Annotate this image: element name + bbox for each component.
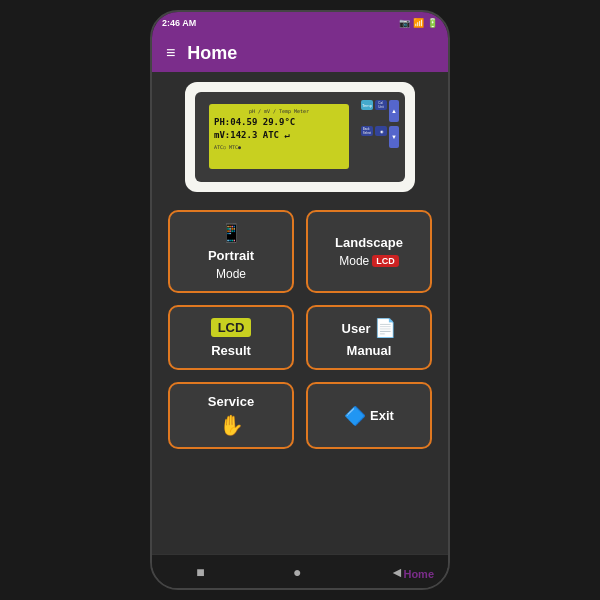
- service-icon: ✋: [219, 413, 244, 437]
- pdf-icon: 📄: [374, 317, 396, 339]
- exit-row: 🔷 Exit: [344, 405, 394, 427]
- landscape-row: Landscape: [335, 235, 403, 250]
- status-icons: 📷 📶 🔋: [399, 18, 438, 28]
- cal-btn: CalUnit: [375, 100, 387, 110]
- phone-frame: 2:46 AM 📷 📶 🔋 ≡ Home pH / mV / Temp Mete…: [150, 10, 450, 590]
- landscape-mode-button[interactable]: Landscape Mode LCD: [306, 210, 432, 293]
- screen-line2: mV:142.3 ATC ↵: [214, 129, 344, 142]
- device-body: pH / mV / Temp Meter PH:04.59 29.9°C mV:…: [195, 92, 405, 182]
- nav-circle[interactable]: ●: [293, 564, 301, 580]
- exit-label: Exit: [370, 408, 394, 423]
- status-bar: 2:46 AM 📷 📶 🔋: [152, 12, 448, 34]
- lcd-big-icon: LCD: [211, 318, 252, 337]
- wifi-icon: 📶: [413, 18, 424, 28]
- service-button[interactable]: Service ✋: [168, 382, 294, 449]
- landscape-mode-row: Mode LCD: [339, 254, 399, 268]
- header: ≡ Home: [152, 34, 448, 72]
- device-screen: pH / mV / Temp Meter PH:04.59 29.9°C mV:…: [209, 104, 349, 169]
- buttons-grid: 📱 Portrait Mode Landscape Mode LCD LCD R…: [168, 210, 432, 449]
- back-btn: BackSelect: [361, 126, 373, 136]
- bluetooth-icon: 🔷: [344, 405, 366, 427]
- main-content: pH / mV / Temp Meter PH:04.59 29.9°C mV:…: [152, 72, 448, 554]
- menu-button[interactable]: ≡: [166, 44, 175, 62]
- service-label: Service: [208, 394, 254, 409]
- manual-label: Manual: [347, 343, 392, 358]
- screen-title: pH / mV / Temp Meter: [214, 108, 344, 114]
- portrait-label: Portrait: [208, 248, 254, 263]
- down-btn: ▼: [389, 126, 399, 148]
- manual-row: User 📄: [342, 317, 397, 339]
- landscape-sub: Mode: [339, 254, 369, 268]
- screen-line1: PH:04.59 29.9°C: [214, 116, 344, 129]
- lcd-badge-landscape: LCD: [372, 255, 399, 267]
- status-time: 2:46 AM: [162, 18, 196, 28]
- portrait-sub: Mode: [216, 267, 246, 281]
- up-btn: ▲: [389, 100, 399, 122]
- user-label: User: [342, 321, 371, 336]
- camera-icon: 📷: [399, 18, 410, 28]
- lcd-result-button[interactable]: LCD Result: [168, 305, 294, 370]
- nav-square[interactable]: ■: [196, 564, 204, 580]
- screen-atc: ATC○ MTC●: [214, 144, 344, 150]
- nav-back[interactable]: ◄: [390, 564, 404, 580]
- home-label: Home: [403, 568, 434, 580]
- landscape-label: Landscape: [335, 235, 403, 250]
- portrait-mode-button[interactable]: 📱 Portrait Mode: [168, 210, 294, 293]
- temp-btn: Temp: [361, 100, 373, 110]
- page-title: Home: [187, 43, 237, 64]
- exit-button[interactable]: 🔷 Exit: [306, 382, 432, 449]
- lcd-result-label: Result: [211, 343, 251, 358]
- enter-btn: ◉: [375, 126, 387, 136]
- portrait-icon: 📱: [220, 222, 242, 244]
- device-image: pH / mV / Temp Meter PH:04.59 29.9°C mV:…: [185, 82, 415, 192]
- battery-icon: 🔋: [427, 18, 438, 28]
- device-buttons: Temp CalUnit ▲ BackSelect ◉ ▼: [361, 100, 399, 148]
- user-manual-button[interactable]: User 📄 Manual: [306, 305, 432, 370]
